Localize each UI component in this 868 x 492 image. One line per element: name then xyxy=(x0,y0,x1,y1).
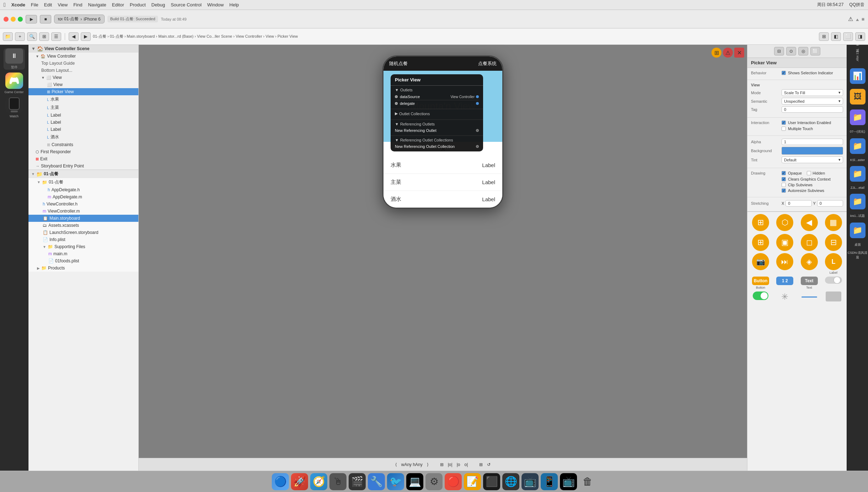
dock-note[interactable]: 📝 xyxy=(464,473,481,490)
menu-file[interactable]: File xyxy=(31,2,38,7)
minimize-button[interactable] xyxy=(11,17,16,22)
dock-safari[interactable]: 🧭 xyxy=(310,473,327,490)
folder-png[interactable]: 🖼 xyxy=(850,89,866,105)
inspector-tab-2[interactable]: ⊙ xyxy=(786,47,796,55)
obj-picker[interactable]: ⊟ xyxy=(822,234,845,251)
folder-products[interactable]: ▶ 📁 Products xyxy=(28,264,138,272)
file-01foods[interactable]: 📄 01foods.plist xyxy=(28,257,138,264)
dock-trash[interactable]: 🗑 xyxy=(579,473,596,490)
menu-window[interactable]: Window xyxy=(207,2,224,7)
alpha-input[interactable]: 1 xyxy=(782,139,843,145)
opaque-checkbox[interactable]: ✓ xyxy=(782,171,786,175)
dock-movie[interactable]: 🎬 xyxy=(349,473,366,490)
menu-editor[interactable]: Editor xyxy=(112,2,124,7)
prev-layout[interactable]: ⟨ xyxy=(395,462,397,467)
nav-back[interactable]: ◀ xyxy=(69,32,79,41)
close-button[interactable] xyxy=(4,17,9,22)
scene-view-controller[interactable]: ▼ 🏠 View Controller xyxy=(28,53,138,60)
folder-07[interactable]: 📁 xyxy=(850,109,866,125)
scene-label-shuiguo[interactable]: L 水果 xyxy=(28,95,138,103)
menu-navigate[interactable]: Navigate xyxy=(88,2,106,7)
dock-screens[interactable]: 📺 xyxy=(522,473,539,490)
obj-tableview[interactable]: ▦ xyxy=(822,214,845,232)
folder-ios1[interactable]: 📁 xyxy=(850,194,866,209)
inspector-tab-3[interactable]: ◎ xyxy=(798,47,808,55)
tint-select[interactable]: Default ▾ xyxy=(782,156,843,163)
x-input[interactable]: 0 xyxy=(785,200,811,207)
file-viewcontroller-m[interactable]: m ViewController.m xyxy=(28,208,138,215)
run-button[interactable]: ▶ xyxy=(26,15,37,23)
clip-subviews-checkbox[interactable] xyxy=(782,183,786,187)
dock-finder[interactable]: 🔵 xyxy=(272,473,289,490)
warning-indicator[interactable]: ⚠ xyxy=(723,48,733,58)
multiple-touch-checkbox[interactable] xyxy=(782,127,786,131)
folder-supporting[interactable]: ▼ 📁 Supporting Files xyxy=(28,243,138,250)
zoom-icon[interactable]: ⊞ xyxy=(479,462,483,467)
menu-product[interactable]: Product xyxy=(130,2,146,7)
dock-paw[interactable]: 🔴 xyxy=(445,473,462,490)
shows-selection-checkbox[interactable]: ✓ xyxy=(782,71,786,75)
dock-item-watch[interactable]: Watch xyxy=(4,97,25,118)
maximize-button[interactable] xyxy=(18,17,23,22)
tag-input[interactable]: 0 xyxy=(782,106,843,113)
obj-back-button[interactable]: ◀ xyxy=(798,214,820,232)
obj-media[interactable]: ⏭ xyxy=(774,253,796,274)
scene-top-layout[interactable]: Top Layout Guide xyxy=(28,60,138,67)
nav-forward[interactable]: ▶ xyxy=(81,32,91,41)
user-interaction-checkbox[interactable]: ✓ xyxy=(782,121,786,125)
utility-toggle[interactable]: ◨ xyxy=(855,32,865,41)
dock-tv[interactable]: 📺 xyxy=(560,473,577,490)
menu-edit[interactable]: Edit xyxy=(44,2,52,7)
obj-activity[interactable]: ◻ xyxy=(798,234,820,251)
semantic-select[interactable]: Unspecified ▾ xyxy=(782,98,843,105)
file-launchscreen[interactable]: 📋 LaunchScreen.storyboard xyxy=(28,229,138,236)
menu-debug[interactable]: Debug xyxy=(152,2,165,7)
inspector-tab-4[interactable]: ⬜ xyxy=(810,47,820,55)
folder-xlsx[interactable]: 📊 xyxy=(850,68,866,84)
layout-icon-3[interactable]: |o xyxy=(457,462,460,467)
obj-slider[interactable] xyxy=(822,277,845,289)
autoresize-checkbox[interactable]: ✓ xyxy=(782,188,786,193)
layout-icon-2[interactable]: |o| xyxy=(448,462,452,467)
y-input[interactable]: 0 xyxy=(817,200,843,207)
file-infoplist[interactable]: 📄 Info.plist xyxy=(28,236,138,243)
scene-label-zhucai[interactable]: L 主菜 xyxy=(28,103,138,112)
scene-label-1[interactable]: L Label xyxy=(28,112,138,119)
dock-prefs[interactable]: ⚙ xyxy=(425,473,443,490)
file-01diancan[interactable]: ▼ 📁 01-点餐 xyxy=(28,178,138,186)
scene-label-3[interactable]: L Label xyxy=(28,126,138,133)
obj-container-view[interactable]: ⊞ xyxy=(750,214,772,232)
scene-entry-point[interactable]: → Storyboard Entry Point xyxy=(28,162,138,170)
folder-ksl[interactable]: 📁 xyxy=(850,138,866,154)
menu-view[interactable]: View xyxy=(58,2,68,7)
folder-icon[interactable]: 📁 xyxy=(3,32,13,41)
debug-toggle[interactable]: ⬜ xyxy=(843,32,853,41)
mode-select[interactable]: Scale To Fill ▾ xyxy=(782,89,843,96)
obj-3d[interactable]: ◈ xyxy=(798,253,820,274)
scene-constraints[interactable]: ⊞ Constraints xyxy=(28,141,138,148)
dock-item-game-center[interactable]: 🎮 Game Center xyxy=(4,73,25,94)
environment-icon[interactable]: ≡ xyxy=(862,16,864,22)
add-file-icon[interactable]: + xyxy=(15,32,25,41)
obj-text[interactable]: Text Text xyxy=(798,277,820,289)
menu-xcode[interactable]: Xcode xyxy=(11,2,25,7)
menu-source-control[interactable]: Source Control xyxy=(171,2,202,7)
obj-dashed-border[interactable]: ⬡ xyxy=(774,214,796,232)
stop-button[interactable]: ■ xyxy=(40,15,51,23)
scene-picker-view[interactable]: ⊞ Picker View xyxy=(28,88,138,95)
obj-stepper[interactable]: 1 2 xyxy=(774,277,796,289)
layout-icon-4[interactable]: o| xyxy=(464,462,468,467)
file-main-m[interactable]: m main.m xyxy=(28,250,138,257)
background-color[interactable] xyxy=(782,147,843,155)
obj-separator[interactable] xyxy=(798,292,820,302)
picker-view-indicator[interactable]: ⊞ xyxy=(711,48,721,58)
dock-phone[interactable]: 📱 xyxy=(541,473,558,490)
clears-graphics-checkbox[interactable]: ✓ xyxy=(782,177,786,181)
dock-mouse[interactable]: 🖱 xyxy=(329,473,346,490)
dock-launchpad[interactable]: 🚀 xyxy=(291,473,308,490)
file-viewcontroller-h[interactable]: h ViewController.h xyxy=(28,200,138,208)
menu-help[interactable]: Help xyxy=(229,2,239,7)
obj-view-placeholder[interactable] xyxy=(822,292,845,302)
dock-terminal2[interactable]: ⬛ xyxy=(483,473,500,490)
refresh-icon[interactable]: ↺ xyxy=(487,462,491,467)
